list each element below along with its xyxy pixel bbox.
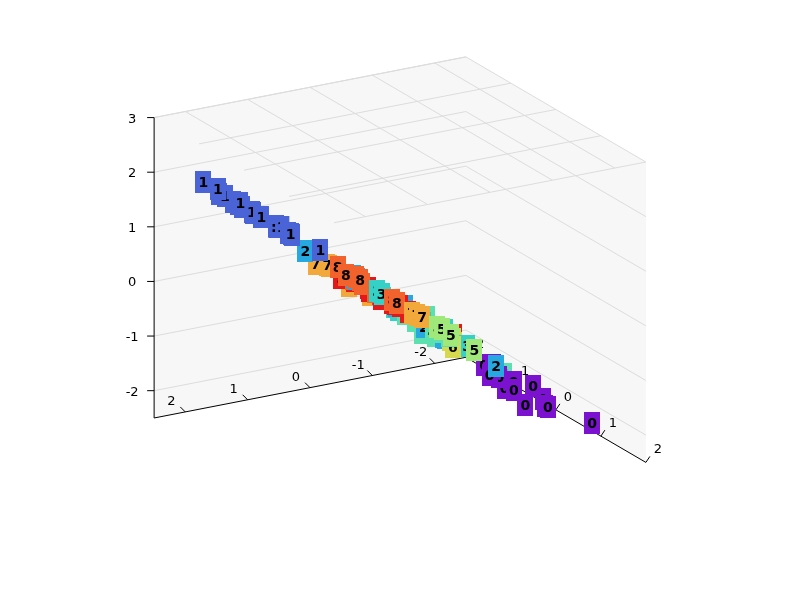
point-label-8: 8 [389, 292, 405, 314]
point-label-1: 1 [312, 239, 328, 261]
y-tick-label: -2 [414, 344, 427, 359]
point-label-1: 1 [210, 178, 226, 200]
y-tick-label: -1 [352, 356, 365, 371]
z-tick-label: -2 [126, 383, 139, 398]
point-label-1: 1 [232, 192, 248, 214]
point-label-8: 8 [352, 269, 368, 291]
x-tick-label: 2 [654, 441, 662, 456]
z-tick-label: 2 [128, 165, 136, 180]
point-label-0: 0 [506, 379, 522, 401]
scatter3d-chart: -2-1012-2-1012-2-10123007743774109474739… [0, 0, 800, 600]
z-tick-label: -1 [126, 329, 139, 344]
z-tick-label: 0 [128, 274, 136, 289]
y-tick-label: 2 [167, 392, 175, 407]
point-label-8: 8 [338, 264, 354, 286]
point-label-5: 5 [466, 339, 482, 361]
point-label-0: 0 [540, 396, 556, 418]
y-tick-label: 0 [292, 368, 300, 383]
point-label-1: 1 [253, 206, 269, 228]
point-label-5: 5 [443, 324, 459, 346]
z-tick-label: 3 [128, 110, 136, 125]
point-label-1: 1 [283, 223, 299, 245]
x-tick-label: 1 [609, 415, 617, 430]
svg-line-27 [646, 456, 650, 462]
x-tick-label: 0 [564, 388, 572, 403]
z-tick-label: 1 [128, 219, 136, 234]
y-tick-label: 1 [230, 380, 238, 395]
point-label-2: 2 [488, 355, 504, 377]
point-label-0: 0 [584, 412, 600, 434]
point-label-7: 7 [414, 306, 430, 328]
